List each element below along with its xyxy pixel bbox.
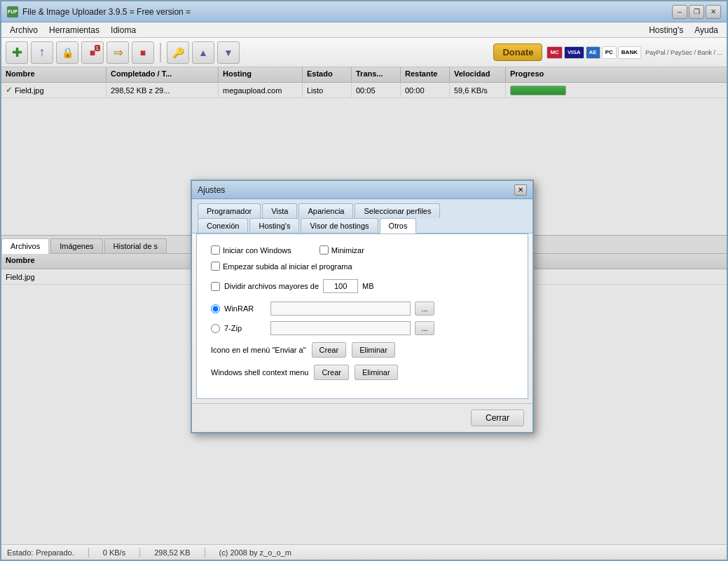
main-window: FUP File & Image Uploader 3.9.5 = Free v… bbox=[0, 0, 728, 561]
menu-right: Hosting's Ayuda bbox=[643, 24, 724, 36]
ae-icon: AE bbox=[586, 46, 600, 59]
key-button[interactable]: 🔑 bbox=[167, 41, 189, 64]
menu-bar: Archivo Herramientas Idioma Hosting's Ay… bbox=[1, 22, 727, 38]
payment-text: PayPal / PaySec / Bank / ... bbox=[645, 49, 722, 56]
title-bar: FUP File & Image Uploader 3.9.5 = Free v… bbox=[1, 1, 727, 22]
dialog-footer: Cerrar bbox=[192, 403, 533, 432]
copyright-text: (c) 2008 by z_o_o_m bbox=[219, 548, 291, 557]
tab-apariencia[interactable]: Apariencia bbox=[298, 203, 353, 218]
mb-value-input[interactable] bbox=[323, 279, 358, 293]
dividir-label: Dividir archivos mayores de bbox=[224, 282, 319, 290]
pc-icon: PC bbox=[602, 46, 617, 59]
upload-button[interactable]: ↑ bbox=[31, 41, 53, 64]
menu-herramientas[interactable]: Herramientas bbox=[43, 24, 105, 36]
send-to-label: Icono en el menú "Enviar a" bbox=[211, 346, 306, 354]
cb-empezar-subida-label: Empezar subida al iniciar el programa bbox=[223, 262, 352, 271]
window-title: File & Image Uploader 3.9.5 = Free versi… bbox=[22, 7, 672, 17]
send-to-eliminar-button[interactable]: Eliminar bbox=[352, 342, 395, 358]
status-state: Estado: Preparado. bbox=[7, 548, 74, 557]
status-copyright: (c) 2008 by z_o_o_m bbox=[219, 548, 291, 557]
shell-label: Windows shell context menu bbox=[211, 368, 308, 377]
tab-otros[interactable]: Otros bbox=[380, 218, 417, 234]
state-value: Preparado. bbox=[36, 548, 74, 557]
lock-button[interactable]: 🔒 bbox=[56, 41, 78, 64]
status-size: 298,52 KB bbox=[154, 548, 190, 557]
dialog-wrapper: Ajustes ✕ Programador Vista Apariencia S… bbox=[191, 180, 534, 433]
menu-hostings[interactable]: Hosting's bbox=[643, 24, 689, 36]
status-bar: Estado: Preparado. 0 KB/s 298,52 KB (c) … bbox=[1, 544, 727, 560]
toolbar: ✚ ↑ 🔒 ■ 1 ⇒ ■ 🔑 ▲ ▼ Donate MC VISA AE PC… bbox=[1, 38, 727, 67]
radio-winrar[interactable] bbox=[211, 304, 220, 313]
cb-minimizar-label: Minimizar bbox=[331, 246, 364, 255]
tab-seleccionar-perfiles[interactable]: Seleccionar perfiles bbox=[355, 203, 440, 218]
zip-row: 7-Zip ... bbox=[211, 321, 514, 335]
zip-path-input[interactable] bbox=[270, 321, 411, 335]
close-button[interactable]: ✕ bbox=[706, 5, 721, 19]
menu-ayuda[interactable]: Ayuda bbox=[689, 24, 724, 36]
title-bar-buttons: – ❐ ✕ bbox=[672, 5, 721, 19]
tab-archivos[interactable]: Archivos bbox=[1, 238, 49, 254]
status-sep-3 bbox=[205, 548, 205, 557]
bank-icon: BANK bbox=[618, 46, 641, 59]
tab-programador[interactable]: Programador bbox=[198, 203, 261, 218]
tab-conexion[interactable]: Conexión bbox=[198, 218, 248, 233]
winrar-browse-button[interactable]: ... bbox=[415, 302, 434, 316]
cb-minimizar-input[interactable] bbox=[320, 245, 329, 255]
restore-button[interactable]: ❐ bbox=[689, 5, 704, 19]
down-arrow-button[interactable]: ▼ bbox=[217, 41, 240, 64]
toolbar-right: Donate MC VISA AE PC BANK PayPal / PaySe… bbox=[493, 43, 722, 61]
skip-button[interactable]: ⇒ bbox=[107, 41, 129, 64]
checkbox-group-1: Iniciar con Windows Minimizar bbox=[211, 245, 514, 255]
dialog-tabs-row1: Programador Vista Apariencia Seleccionar… bbox=[192, 199, 533, 218]
radio-7zip[interactable] bbox=[211, 324, 220, 333]
dialog-tabs-row2: Conexión Hosting's Visor de hostings Otr… bbox=[192, 218, 533, 234]
ajustes-dialog: Ajustes ✕ Programador Vista Apariencia S… bbox=[191, 180, 534, 433]
dialog-title-bar: Ajustes ✕ bbox=[192, 181, 533, 199]
zip-browse-button[interactable]: ... bbox=[415, 321, 434, 335]
speed-value: 0 KB/s bbox=[103, 548, 125, 557]
dialog-title: Ajustes bbox=[198, 185, 514, 195]
menu-archivo[interactable]: Archivo bbox=[4, 24, 43, 36]
add-button[interactable]: ✚ bbox=[6, 41, 28, 64]
status-sep-2 bbox=[139, 548, 140, 557]
cb-iniciar-windows: Iniciar con Windows bbox=[211, 245, 291, 255]
cb-dividir-input[interactable] bbox=[211, 282, 220, 291]
shell-eliminar-button[interactable]: Eliminar bbox=[355, 365, 398, 380]
shell-row: Windows shell context menu Crear Elimina… bbox=[211, 365, 514, 380]
minimize-button[interactable]: – bbox=[672, 5, 687, 19]
status-sep-1 bbox=[88, 548, 89, 557]
cb-empezar-subida-input[interactable] bbox=[211, 262, 220, 271]
tab-hostings[interactable]: Hosting's bbox=[249, 218, 299, 233]
tab-visor-hostings[interactable]: Visor de hostings bbox=[301, 218, 378, 233]
dialog-close-x[interactable]: ✕ bbox=[514, 184, 527, 196]
cb-empezar-subida: Empezar subida al iniciar el programa bbox=[211, 262, 514, 271]
shell-crear-button[interactable]: Crear bbox=[314, 365, 349, 380]
main-content: Nombre Completado / T... Hosting Estado … bbox=[1, 67, 727, 544]
app-icon: FUP bbox=[7, 6, 18, 18]
winrar-path-input[interactable] bbox=[270, 302, 411, 316]
cancel-button[interactable]: ■ bbox=[132, 41, 154, 64]
winrar-label: WinRAR bbox=[224, 304, 266, 313]
zip-label: 7-Zip bbox=[224, 324, 266, 332]
stop-button[interactable]: ■ 1 bbox=[81, 41, 104, 64]
size-value: 298,52 KB bbox=[154, 548, 190, 557]
toolbar-separator bbox=[160, 43, 161, 62]
state-label: Estado: bbox=[7, 548, 33, 557]
tab-vista[interactable]: Vista bbox=[262, 203, 297, 218]
up-arrow-button[interactable]: ▲ bbox=[192, 41, 214, 64]
send-to-crear-button[interactable]: Crear bbox=[312, 342, 347, 358]
menu-idioma[interactable]: Idioma bbox=[105, 24, 142, 36]
winrar-row: WinRAR ... bbox=[211, 302, 514, 316]
divide-row: Dividir archivos mayores de MB bbox=[211, 279, 514, 293]
cerrar-button[interactable]: Cerrar bbox=[471, 410, 524, 426]
mb-label: MB bbox=[362, 282, 374, 290]
send-to-row: Icono en el menú "Enviar a" Crear Elimin… bbox=[211, 342, 514, 358]
donate-button[interactable]: Donate bbox=[493, 43, 542, 61]
cb-iniciar-windows-input[interactable] bbox=[211, 245, 220, 255]
mastercard-icon: MC bbox=[547, 46, 562, 59]
visa-icon: VISA bbox=[564, 46, 584, 59]
dialog-content: Iniciar con Windows Minimizar Empezar su… bbox=[196, 234, 528, 399]
cb-iniciar-windows-label: Iniciar con Windows bbox=[223, 246, 291, 255]
cb-minimizar: Minimizar bbox=[320, 245, 364, 255]
status-speed: 0 KB/s bbox=[103, 548, 125, 557]
